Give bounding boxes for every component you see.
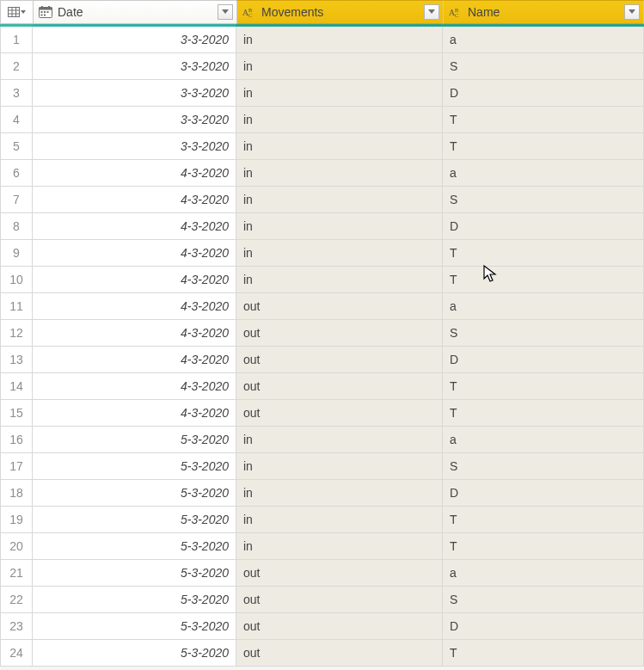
- column-header-name[interactable]: A B C Name: [443, 0, 644, 24]
- cell-name[interactable]: S: [443, 187, 644, 213]
- table-row[interactable]: 185-3-2020inD: [0, 480, 644, 507]
- cell-date[interactable]: 5-3-2020: [33, 453, 236, 480]
- cell-movements[interactable]: in: [236, 187, 443, 213]
- cell-name[interactable]: D: [443, 213, 644, 240]
- table-row[interactable]: 114-3-2020outa: [0, 293, 644, 320]
- row-number[interactable]: 24: [0, 640, 33, 667]
- table-row[interactable]: 84-3-2020inD: [0, 213, 644, 240]
- cell-date[interactable]: 3-3-2020: [33, 80, 236, 107]
- cell-date[interactable]: 4-3-2020: [33, 347, 236, 373]
- cell-movements[interactable]: out: [236, 373, 443, 400]
- row-number[interactable]: 2: [0, 53, 33, 80]
- cell-date[interactable]: 4-3-2020: [33, 187, 236, 213]
- cell-movements[interactable]: out: [236, 320, 443, 347]
- cell-date[interactable]: 4-3-2020: [33, 293, 236, 320]
- cell-name[interactable]: T: [443, 267, 644, 293]
- row-number[interactable]: 17: [0, 453, 33, 480]
- row-number[interactable]: 18: [0, 480, 33, 507]
- cell-date[interactable]: 3-3-2020: [33, 133, 236, 160]
- cell-date[interactable]: 4-3-2020: [33, 160, 236, 187]
- cell-date[interactable]: 5-3-2020: [33, 427, 236, 453]
- table-row[interactable]: 195-3-2020inT: [0, 507, 644, 533]
- table-row[interactable]: 33-3-2020inD: [0, 80, 644, 107]
- table-row[interactable]: 225-3-2020outS: [0, 587, 644, 613]
- cell-movements[interactable]: out: [236, 400, 443, 427]
- row-number[interactable]: 6: [0, 160, 33, 187]
- cell-name[interactable]: a: [443, 160, 644, 187]
- cell-name[interactable]: D: [443, 347, 644, 373]
- cell-date[interactable]: 4-3-2020: [33, 373, 236, 400]
- row-number[interactable]: 23: [0, 613, 33, 640]
- row-number[interactable]: 10: [0, 267, 33, 293]
- cell-date[interactable]: 5-3-2020: [33, 640, 236, 667]
- row-number[interactable]: 13: [0, 347, 33, 373]
- cell-movements[interactable]: in: [236, 213, 443, 240]
- table-row[interactable]: 165-3-2020ina: [0, 427, 644, 453]
- table-row[interactable]: 13-3-2020ina: [0, 27, 644, 53]
- cell-name[interactable]: S: [443, 453, 644, 480]
- cell-date[interactable]: 5-3-2020: [33, 560, 236, 587]
- table-row[interactable]: 53-3-2020inT: [0, 133, 644, 160]
- cell-name[interactable]: T: [443, 107, 644, 133]
- cell-name[interactable]: S: [443, 587, 644, 613]
- cell-movements[interactable]: in: [236, 160, 443, 187]
- cell-movements[interactable]: in: [236, 27, 443, 53]
- cell-movements[interactable]: in: [236, 507, 443, 533]
- row-number[interactable]: 21: [0, 560, 33, 587]
- filter-dropdown[interactable]: [424, 4, 439, 20]
- row-number[interactable]: 15: [0, 400, 33, 427]
- row-number[interactable]: 5: [0, 133, 33, 160]
- cell-name[interactable]: S: [443, 53, 644, 80]
- cell-name[interactable]: a: [443, 27, 644, 53]
- cell-name[interactable]: D: [443, 80, 644, 107]
- cell-name[interactable]: a: [443, 427, 644, 453]
- row-number[interactable]: 12: [0, 320, 33, 347]
- row-number[interactable]: 22: [0, 587, 33, 613]
- cell-name[interactable]: T: [443, 240, 644, 267]
- row-number[interactable]: 4: [0, 107, 33, 133]
- table-row[interactable]: 144-3-2020outT: [0, 373, 644, 400]
- row-number[interactable]: 11: [0, 293, 33, 320]
- table-row[interactable]: 235-3-2020outD: [0, 613, 644, 640]
- row-number[interactable]: 19: [0, 507, 33, 533]
- table-row[interactable]: 43-3-2020inT: [0, 107, 644, 133]
- table-row[interactable]: 124-3-2020outS: [0, 320, 644, 347]
- cell-movements[interactable]: out: [236, 293, 443, 320]
- table-row[interactable]: 64-3-2020ina: [0, 160, 644, 187]
- cell-name[interactable]: a: [443, 293, 644, 320]
- cell-date[interactable]: 4-3-2020: [33, 240, 236, 267]
- cell-movements[interactable]: in: [236, 133, 443, 160]
- row-number[interactable]: 20: [0, 533, 33, 560]
- cell-date[interactable]: 5-3-2020: [33, 587, 236, 613]
- cell-date[interactable]: 5-3-2020: [33, 507, 236, 533]
- cell-date[interactable]: 4-3-2020: [33, 400, 236, 427]
- row-number[interactable]: 3: [0, 80, 33, 107]
- column-header-movements[interactable]: A B C Movements: [236, 0, 443, 24]
- cell-date[interactable]: 5-3-2020: [33, 533, 236, 560]
- row-number[interactable]: 1: [0, 27, 33, 53]
- cell-name[interactable]: a: [443, 560, 644, 587]
- cell-name[interactable]: T: [443, 373, 644, 400]
- cell-movements[interactable]: out: [236, 560, 443, 587]
- column-header-date[interactable]: Date: [33, 0, 236, 24]
- cell-movements[interactable]: in: [236, 267, 443, 293]
- row-number[interactable]: 8: [0, 213, 33, 240]
- table-row[interactable]: 74-3-2020inS: [0, 187, 644, 213]
- cell-date[interactable]: 4-3-2020: [33, 213, 236, 240]
- cell-movements[interactable]: out: [236, 347, 443, 373]
- cell-movements[interactable]: out: [236, 640, 443, 667]
- table-row[interactable]: 215-3-2020outa: [0, 560, 644, 587]
- cell-date[interactable]: 4-3-2020: [33, 267, 236, 293]
- table-row[interactable]: 94-3-2020inT: [0, 240, 644, 267]
- filter-dropdown[interactable]: [624, 4, 640, 20]
- cell-movements[interactable]: in: [236, 427, 443, 453]
- cell-date[interactable]: 3-3-2020: [33, 53, 236, 80]
- cell-name[interactable]: T: [443, 400, 644, 427]
- cell-name[interactable]: T: [443, 507, 644, 533]
- table-row[interactable]: 154-3-2020outT: [0, 400, 644, 427]
- row-number[interactable]: 9: [0, 240, 33, 267]
- cell-name[interactable]: T: [443, 533, 644, 560]
- table-row[interactable]: 245-3-2020outT: [0, 640, 644, 667]
- cell-movements[interactable]: in: [236, 107, 443, 133]
- cell-name[interactable]: T: [443, 640, 644, 667]
